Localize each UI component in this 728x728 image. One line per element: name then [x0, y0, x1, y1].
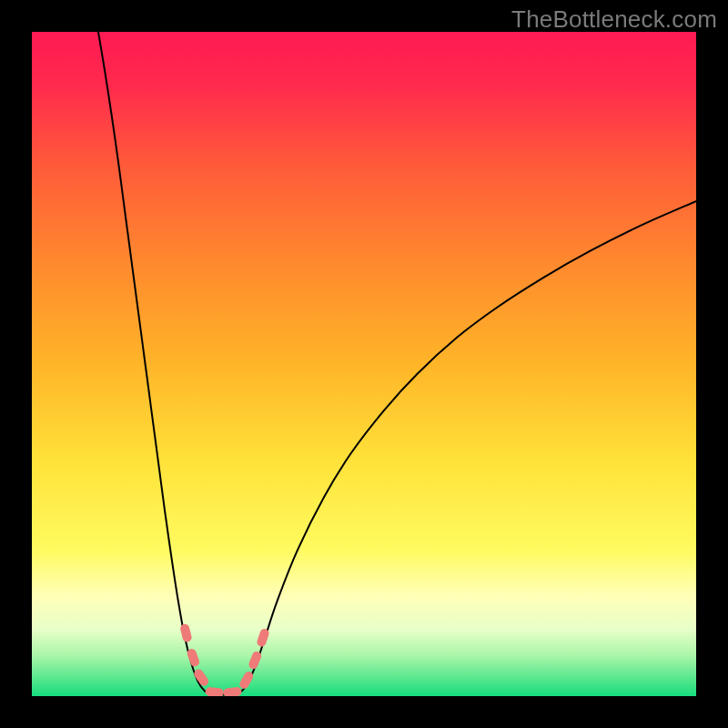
chart-svg — [32, 32, 696, 696]
chart-frame: TheBottleneck.com — [0, 0, 728, 728]
gradient-background — [32, 32, 696, 696]
plot-area — [32, 32, 696, 696]
watermark-text: TheBottleneck.com — [511, 5, 717, 34]
